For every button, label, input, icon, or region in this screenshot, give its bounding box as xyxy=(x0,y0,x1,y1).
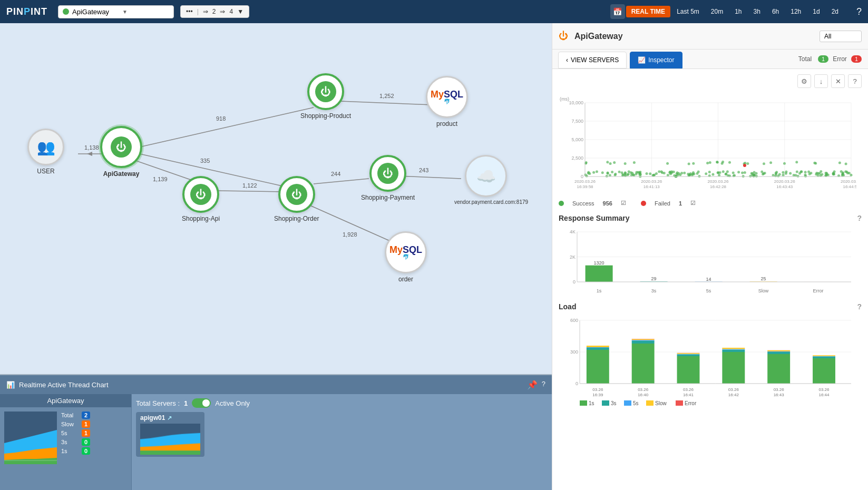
1s-stat-value: 0 xyxy=(82,447,90,455)
time-btn-1h[interactable]: 1h xyxy=(729,6,747,17)
server-title: apigw01 ↗ xyxy=(140,414,200,422)
tab-inspector[interactable]: 📈 Inspector xyxy=(630,52,682,68)
svg-text:1,252: 1,252 xyxy=(379,93,394,99)
calendar-icon[interactable]: 📅 xyxy=(610,4,625,19)
svg-line-8 xyxy=(340,101,432,105)
help-chart-icon[interactable]: ? xyxy=(848,74,862,88)
agent-count-icon: ⇒ xyxy=(220,8,225,15)
load-help-icon[interactable]: ? xyxy=(857,302,862,311)
shopping-payment-circle: ⏻ xyxy=(369,155,406,192)
inspector-panel: ⏻ ApiGateway ‹ VIEW SERVERS 📈 Inspector … xyxy=(552,23,868,490)
shopping-product-circle: ⏻ xyxy=(307,73,344,110)
svg-text:243: 243 xyxy=(419,167,428,173)
external-link-icon[interactable]: ↗ xyxy=(167,415,172,422)
node-apigateway[interactable]: ⏻ ApiGateway xyxy=(100,126,142,178)
apigateway-power-icon: ⏻ xyxy=(111,136,132,158)
time-btn-3h[interactable]: 3h xyxy=(748,6,766,17)
thread-chart-header: 📊 Realtime Active Thread Chart 📌 ? xyxy=(0,375,552,394)
apigateway-label: ApiGateway xyxy=(103,170,140,178)
fail-count: 1 xyxy=(679,200,682,207)
active-only-label: Active Only xyxy=(215,399,250,407)
dots-icon: ••• xyxy=(186,8,193,15)
header: PINPINT ApiGateway ▼ ••• | ⇒ 2 ⇒ 4 ▼ 📅 R… xyxy=(0,0,868,23)
time-btn-6h[interactable]: 6h xyxy=(767,6,784,17)
thread-app-panel: ApiGateway Total 2 Slow 1 xyxy=(0,394,132,490)
time-btn-1d[interactable]: 1d xyxy=(807,6,825,17)
inspector-app-title: ApiGateway xyxy=(574,32,623,41)
scatter-chart[interactable] xyxy=(559,92,856,198)
chart-toolbar: ⚙ ↓ ✕ ? xyxy=(559,74,862,88)
power-status-icon: ⏻ xyxy=(559,31,568,42)
node-user[interactable]: 👥 USER xyxy=(27,129,64,175)
success-checkbox[interactable]: ☑ xyxy=(621,200,626,207)
slow-stat-value: 1 xyxy=(82,420,90,428)
node-shopping-payment[interactable]: ⏻ Shopping-Payment xyxy=(361,155,415,201)
vendor-label: vendor.payment.card.com:8179 xyxy=(454,199,518,205)
thread-chart-title: Realtime Active Thread Chart xyxy=(19,381,109,389)
fail-checkbox[interactable]: ☑ xyxy=(690,200,696,207)
load-section: Load ? xyxy=(559,302,862,311)
tab-view-servers[interactable]: ‹ VIEW SERVERS xyxy=(558,52,627,68)
5s-stat-value: 1 xyxy=(82,429,90,437)
response-summary-help-icon[interactable]: ? xyxy=(857,214,862,222)
settings-icon[interactable]: ⚙ xyxy=(797,74,811,88)
node-shopping-product[interactable]: ⏻ Shopping-Product xyxy=(300,73,351,120)
active-only-toggle[interactable] xyxy=(192,398,211,408)
pin-icon[interactable]: 📌 xyxy=(527,380,538,390)
node-shopping-api[interactable]: ⏻ Shopping-Api xyxy=(182,176,220,222)
svg-text:1,139: 1,139 xyxy=(153,176,168,182)
node-vendor[interactable]: ☁️ vendor.payment.card.com:8179 xyxy=(454,155,518,205)
svg-text:1,122: 1,122 xyxy=(242,182,257,189)
success-legend-dot xyxy=(559,201,564,206)
node-order[interactable]: MySQL 🐬 order xyxy=(385,231,427,283)
product-circle: MySQL 🐬 xyxy=(426,76,468,118)
inspector-filter-input[interactable] xyxy=(820,31,862,42)
chart-icon: 📊 xyxy=(6,381,15,389)
time-btn-2d[interactable]: 2d xyxy=(826,6,844,17)
shopping-payment-label: Shopping-Payment xyxy=(361,194,415,201)
inspector-header: ⏻ ApiGateway xyxy=(552,23,868,50)
3s-stat-value: 0 xyxy=(82,438,90,446)
thread-chart-help-icon[interactable]: ? xyxy=(542,380,545,390)
total-stat-label: Total xyxy=(61,412,80,418)
chevron-left-icon: ‹ xyxy=(566,56,568,64)
user-label: USER xyxy=(37,168,54,175)
error-badge: 1 xyxy=(851,55,862,63)
node-shopping-order[interactable]: ⏻ Shopping-Order xyxy=(274,176,319,222)
shopping-api-circle: ⏻ xyxy=(182,176,219,213)
app-name: ApiGateway xyxy=(72,8,119,16)
stats-bar: ••• | ⇒ 2 ⇒ 4 ▼ xyxy=(180,5,249,18)
scatter-legend: Success 956 ☑ Failed 1 ☑ xyxy=(559,200,862,207)
server-mini-chart xyxy=(140,424,200,455)
download-icon[interactable]: ↓ xyxy=(814,74,828,88)
close-icon[interactable]: ✕ xyxy=(831,74,845,88)
fail-legend-dot xyxy=(641,201,646,206)
mini-thread-chart xyxy=(4,411,57,464)
time-btn-20m[interactable]: 20m xyxy=(706,6,728,17)
scatter-chart-wrapper xyxy=(559,92,862,198)
node-product[interactable]: MySQL 🐬 product xyxy=(426,76,468,128)
time-bar: 📅 REAL TIME Last 5m 20m 1h 3h 6h 12h 1d … xyxy=(610,4,844,19)
svg-marker-3 xyxy=(87,152,92,156)
time-btn-5m[interactable]: Last 5m xyxy=(671,6,705,17)
thread-app-body: Total 2 Slow 1 5s 1 xyxy=(0,407,131,468)
time-btn-realtime[interactable]: REAL TIME xyxy=(626,6,670,17)
thread-chart-panel: 📊 Realtime Active Thread Chart 📌 ? ApiGa… xyxy=(0,374,552,490)
thread-chart-content: ApiGateway Total 2 Slow 1 xyxy=(0,394,552,490)
stat-row-5s: 5s 1 xyxy=(61,429,90,437)
error-label: Error xyxy=(833,55,847,63)
total-servers-value: 1 xyxy=(184,399,188,407)
total-stat-value: 2 xyxy=(82,411,90,419)
app-selector[interactable]: ApiGateway ▼ xyxy=(58,5,174,18)
fail-legend-label: Failed xyxy=(655,200,670,207)
time-btn-12h[interactable]: 12h xyxy=(785,6,806,17)
agent-count: 4 xyxy=(229,8,233,15)
1s-stat-label: 1s xyxy=(61,448,80,454)
help-icon[interactable]: ? xyxy=(856,6,862,17)
shopping-product-power-icon: ⏻ xyxy=(315,81,336,102)
stat-row-total: Total 2 xyxy=(61,411,90,419)
slow-stat-label: Slow xyxy=(61,421,80,427)
app-status-dot xyxy=(63,8,69,15)
svg-text:918: 918 xyxy=(216,115,226,122)
topology-area: 1,138 918 1,139 1,252 335 1,122 xyxy=(0,23,552,374)
